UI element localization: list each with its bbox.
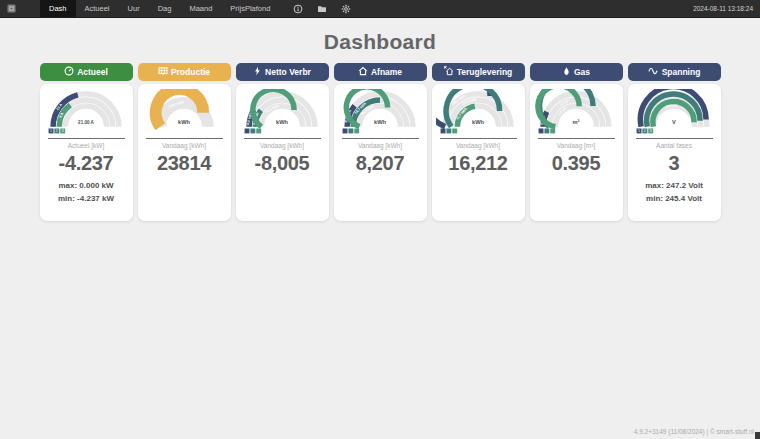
home-export-icon: [444, 66, 454, 78]
card-value: 3: [628, 152, 721, 175]
card-spanning[interactable]: Spanning 245.5 V246.8 V247.2 VV123 Aanta…: [628, 63, 721, 221]
divider: [48, 138, 125, 139]
solar-panel-icon: [158, 66, 168, 78]
divider: [146, 138, 223, 139]
divider: [636, 138, 713, 139]
gas-gauge: 0,4 m³1,2 m³1,0 m³m³: [534, 89, 618, 136]
tab-actueel[interactable]: Actueel: [76, 0, 119, 17]
svg-text:V: V: [672, 119, 676, 125]
tab-uur[interactable]: Uur: [119, 0, 149, 17]
card-min: [530, 193, 623, 201]
tab-dash[interactable]: Dash: [40, 0, 76, 17]
svg-text:3: 3: [650, 129, 652, 133]
svg-text:3: 3: [62, 129, 64, 133]
card-productie-body: 5007 kWhkWh Vandaag [kWh] 23814: [138, 84, 231, 221]
divider: [440, 138, 517, 139]
card-min: [432, 193, 525, 201]
card-title: Afname: [371, 67, 402, 77]
divider: [244, 138, 321, 139]
card-label: Vandaag [m³]: [530, 142, 623, 149]
card-max: [432, 181, 525, 189]
teruglevering-gauge: 16,2 kWh14,8 kWh11,7 kWhkWh: [436, 89, 520, 136]
scrollbar-corner: [755, 432, 760, 439]
card-actueel[interactable]: Actueel 13 A8 A21.00 A123 Actueel [kW] -…: [40, 63, 133, 221]
svg-text:2: 2: [644, 129, 646, 133]
netto-verbruik-gauge: -8,0 kWh5,3 kWh13,3 kWhkWh: [240, 89, 324, 136]
card-label: Actueel [kW]: [40, 142, 133, 149]
app-logo-icon[interactable]: [7, 4, 16, 13]
card-value: 23814: [138, 152, 231, 175]
card-title: Gas: [574, 67, 590, 77]
top-navbar: Dash Actueel Uur Dag Maand PrijsPlafond: [0, 0, 760, 18]
card-min: min: -4.237 kW: [40, 194, 133, 203]
card-afname-header[interactable]: Afname: [334, 63, 427, 81]
lightning-icon: [253, 66, 262, 78]
card-title: Spanning: [662, 67, 701, 77]
card-teruglevering-header[interactable]: Teruglevering: [432, 63, 525, 81]
flame-icon: [562, 66, 571, 78]
card-value: 0.395: [530, 152, 623, 175]
card-min: min: 245.4 Volt: [628, 194, 721, 203]
card-max: [530, 181, 623, 189]
actueel-gauge: 13 A8 A21.00 A123: [44, 89, 128, 136]
card-netto-verbruik-header[interactable]: Netto Verbr: [236, 63, 329, 81]
card-value: -8,005: [236, 152, 329, 175]
card-title: Teruglevering: [457, 67, 513, 77]
spanning-gauge: 245.5 V246.8 V247.2 VV123: [632, 89, 716, 136]
card-gas-body: 0,4 m³1,2 m³1,0 m³m³ Vandaag [m³] 0.395: [530, 84, 623, 221]
card-actueel-body: 13 A8 A21.00 A123 Actueel [kW] -4.237 ma…: [40, 84, 133, 221]
dashboard-app: Dash Actueel Uur Dag Maand PrijsPlafond: [0, 0, 760, 439]
card-value: 8,207: [334, 152, 427, 175]
svg-text:1: 1: [50, 129, 52, 133]
card-max: max: 247.2 Volt: [628, 181, 721, 190]
card-title: Actueel: [77, 67, 108, 77]
nav-icon-group: [293, 4, 351, 14]
card-spanning-body: 245.5 V246.8 V247.2 VV123 Aantal fases 3…: [628, 84, 721, 221]
card-gas[interactable]: Gas 0,4 m³1,2 m³1,0 m³m³ Vandaag [m³] 0.…: [530, 63, 623, 221]
card-min: [236, 193, 329, 201]
home-icon: [358, 66, 368, 78]
card-label: Aantal fases: [628, 142, 721, 149]
settings-gear-icon[interactable]: [341, 4, 351, 14]
card-min: [138, 193, 231, 201]
cards-row: Actueel 13 A8 A21.00 A123 Actueel [kW] -…: [0, 63, 760, 221]
divider: [538, 138, 615, 139]
card-max: [334, 181, 427, 189]
card-label: Vandaag [kWh]: [236, 142, 329, 149]
card-netto-verbruik[interactable]: Netto Verbr -8,0 kWh5,3 kWh13,3 kWhkWh V…: [236, 63, 329, 221]
card-actueel-header[interactable]: Actueel: [40, 63, 133, 81]
tab-prijsplafond[interactable]: PrijsPlafond: [221, 0, 279, 17]
sine-wave-icon: [648, 66, 659, 78]
clock-timestamp: 2024-08-11 13:18:24: [693, 5, 753, 12]
card-min: [334, 193, 427, 201]
divider: [342, 138, 419, 139]
svg-text:kWh: kWh: [374, 119, 386, 125]
card-spanning-header[interactable]: Spanning: [628, 63, 721, 81]
info-icon[interactable]: [293, 4, 303, 14]
page-title: Dashboard: [0, 30, 760, 54]
meter-icon: [64, 66, 74, 78]
svg-text:kWh: kWh: [178, 119, 190, 125]
card-afname[interactable]: Afname 8,2 kWh18,7 kWh24,7 kWhkWh Vandaa…: [334, 63, 427, 221]
svg-text:1: 1: [638, 129, 640, 133]
card-max: max: 0.000 kW: [40, 181, 133, 190]
folder-icon[interactable]: [317, 4, 327, 14]
card-title: Productie: [171, 67, 210, 77]
card-max: [236, 181, 329, 189]
card-afname-body: 8,2 kWh18,7 kWh24,7 kWhkWh Vandaag [kWh]…: [334, 84, 427, 221]
card-label: Vandaag [kWh]: [334, 142, 427, 149]
card-productie-header[interactable]: Productie: [138, 63, 231, 81]
card-value: -4.237: [40, 152, 133, 175]
card-teruglevering[interactable]: Teruglevering 16,2 kWh14,8 kWh11,7 kWhkW…: [432, 63, 525, 221]
card-gas-header[interactable]: Gas: [530, 63, 623, 81]
card-value: 16,212: [432, 152, 525, 175]
card-netto-verbruik-body: -8,0 kWh5,3 kWh13,3 kWhkWh Vandaag [kWh]…: [236, 84, 329, 221]
card-productie[interactable]: Productie 5007 kWhkWh Vandaag [kWh] 2381…: [138, 63, 231, 221]
card-max: [138, 181, 231, 189]
productie-gauge: 5007 kWhkWh: [142, 89, 226, 136]
tab-maand[interactable]: Maand: [180, 0, 221, 17]
tab-dag[interactable]: Dag: [149, 0, 181, 17]
afname-gauge: 8,2 kWh18,7 kWh24,7 kWhkWh: [338, 89, 422, 136]
card-label: Vandaag [kWh]: [432, 142, 525, 149]
svg-text:m³: m³: [573, 119, 580, 125]
